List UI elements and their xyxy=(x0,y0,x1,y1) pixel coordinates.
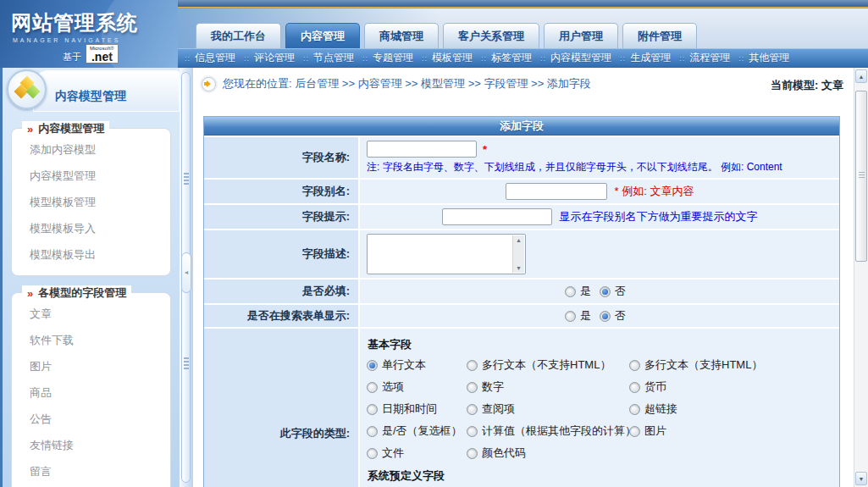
field-description-textarea[interactable]: ▲ ▼ xyxy=(367,234,526,274)
splitter-grip-icon xyxy=(184,357,189,370)
sidebar-item-product[interactable]: 商品 xyxy=(19,379,163,406)
radio-icon[interactable] xyxy=(600,286,611,297)
splitter-grip-icon xyxy=(184,173,189,185)
double-arrow-icon: » xyxy=(27,123,33,136)
sidebar-item-add-content-model[interactable]: 添加内容模型 xyxy=(19,136,163,163)
form-title: 添加字段 xyxy=(204,117,839,136)
tab-attachment-management[interactable]: 附件管理 xyxy=(622,23,697,48)
radio-icon[interactable] xyxy=(367,360,378,371)
radio-icon[interactable] xyxy=(467,360,478,371)
radio-icon[interactable] xyxy=(565,286,576,297)
sidebar-group-model-fields: » 各模型的字段管理 文章 软件下载 图片 商品 公告 友情链接 留言 歌曲 xyxy=(11,292,171,487)
field-alias-input[interactable] xyxy=(506,183,607,200)
type-option-color-code[interactable]: 颜色代码 xyxy=(467,443,629,463)
type-option-currency[interactable]: 货币 xyxy=(629,377,832,397)
breadcrumb-row: 您现在的位置: 后台管理 >> 内容管理 >> 模型管理 >> 字段管理 >> … xyxy=(193,68,854,93)
radio-icon[interactable] xyxy=(467,426,478,437)
type-option-calculated-value[interactable]: 计算值（根据其他字段的计算） xyxy=(467,421,629,441)
vertical-scrollbar[interactable]: ▲ ▼ xyxy=(854,68,868,487)
sidebar-item-announcement[interactable]: 公告 xyxy=(19,406,163,432)
sidebar-collapse-button[interactable]: ◄ xyxy=(181,252,191,293)
type-option-multiline-html[interactable]: 多行文本（支持HTML） xyxy=(629,355,832,375)
textarea-scrollbar[interactable]: ▲ ▼ xyxy=(512,235,524,273)
basic-fields-options: 单行文本 多行文本（不支持HTML） 多行文本（支持HTML） 选项 数字 货币… xyxy=(367,355,832,463)
submenu-item-info[interactable]: ::信息管理 xyxy=(183,51,242,65)
sidebar-group-content-model: » 内容模型管理 添加内容模型 内容模型管理 模型模板管理 模型模板导入 模型模… xyxy=(11,128,171,276)
sidebar-item-friend-link[interactable]: 友情链接 xyxy=(19,432,163,458)
submenu-separator-icon: :: xyxy=(303,54,309,63)
sidebar-splitter[interactable]: ◄ xyxy=(180,68,193,487)
add-field-form: 添加字段 字段名称: * 注: 字段名由字母、数字、下划线组成，并且仅能字母开头… xyxy=(203,116,840,487)
field-tip-label: 字段提示: xyxy=(204,205,358,229)
radio-icon[interactable] xyxy=(629,382,640,393)
search-display-label: 是否在搜索表单显示: xyxy=(204,305,358,327)
sidebar-item-model-template-manage[interactable]: 模型模板管理 xyxy=(19,189,163,215)
sidebar-item-content-model-manage[interactable]: 内容模型管理 xyxy=(19,163,163,189)
tab-my-workbench[interactable]: 我的工作台 xyxy=(196,23,281,48)
sidebar-item-software-download[interactable]: 软件下载 xyxy=(19,327,163,353)
tab-user-management[interactable]: 用户管理 xyxy=(544,23,618,48)
submenu-item-topic[interactable]: ::专题管理 xyxy=(361,51,420,65)
submenu-item-workflow[interactable]: ::流程管理 xyxy=(677,51,737,65)
radio-icon[interactable] xyxy=(467,382,478,393)
radio-icon[interactable] xyxy=(367,426,378,437)
scrollbar-down-button[interactable]: ▼ xyxy=(855,472,867,485)
field-type-row: 此字段的类型: 基本字段 单行文本 多行文本（不支持HTML） 多行文本（支持H… xyxy=(204,327,839,487)
submenu-separator-icon: :: xyxy=(738,54,744,63)
radio-icon[interactable] xyxy=(629,360,640,371)
submenu-item-template[interactable]: ::模板管理 xyxy=(420,51,479,65)
type-option-datetime[interactable]: 日期和时间 xyxy=(367,399,467,419)
radio-icon[interactable] xyxy=(367,448,378,459)
chevron-left-icon: ◄ xyxy=(184,269,190,275)
sidebar-item-picture[interactable]: 图片 xyxy=(19,353,163,379)
radio-icon[interactable] xyxy=(367,404,378,415)
field-tip-input[interactable] xyxy=(442,208,552,225)
submenu-item-other[interactable]: ::其他管理 xyxy=(737,51,796,65)
radio-icon[interactable] xyxy=(467,404,478,415)
current-model-indicator: 当前模型: 文章 xyxy=(771,78,843,93)
type-option-single-line-text[interactable]: 单行文本 xyxy=(367,355,467,375)
submenu-item-node[interactable]: ::节点管理 xyxy=(301,51,361,65)
type-option-file[interactable]: 文件 xyxy=(367,443,467,463)
submenu-separator-icon: :: xyxy=(540,54,546,63)
type-option-multiline-no-html[interactable]: 多行文本（不支持HTML） xyxy=(467,355,629,375)
sidebar-item-message[interactable]: 留言 xyxy=(19,458,163,484)
submenu-item-tag[interactable]: ::标签管理 xyxy=(479,51,539,65)
submenu-item-generate[interactable]: ::生成管理 xyxy=(618,51,677,65)
main-content: 您现在的位置: 后台管理 >> 内容管理 >> 模型管理 >> 字段管理 >> … xyxy=(193,68,854,487)
submenu-item-content-model[interactable]: ::内容模型管理 xyxy=(539,51,618,65)
scroll-down-icon[interactable]: ▼ xyxy=(516,265,522,271)
radio-icon[interactable] xyxy=(367,382,378,393)
radio-icon[interactable] xyxy=(565,311,576,322)
type-option-lookup[interactable]: 查阅项 xyxy=(467,399,629,419)
radio-icon[interactable] xyxy=(467,448,478,459)
field-alias-row: 字段别名: * 例如: 文章内容 xyxy=(204,178,839,203)
type-option-number[interactable]: 数字 xyxy=(467,377,629,397)
scrollbar-thumb[interactable] xyxy=(855,91,867,262)
sidebar-item-model-template-export[interactable]: 模型模板导出 xyxy=(19,241,163,268)
type-option-choice[interactable]: 选项 xyxy=(367,377,467,397)
type-option-image[interactable]: 图片 xyxy=(629,421,832,441)
search-display-no-option[interactable]: 否 xyxy=(600,308,626,324)
breadcrumb: 您现在的位置: 后台管理 >> 内容管理 >> 模型管理 >> 字段管理 >> … xyxy=(223,76,591,91)
radio-icon[interactable] xyxy=(629,426,640,437)
scrollbar-up-button[interactable]: ▲ xyxy=(855,69,867,83)
submenu-item-comment[interactable]: ::评论管理 xyxy=(242,51,301,65)
field-name-input[interactable] xyxy=(367,141,477,158)
scroll-up-icon[interactable]: ▲ xyxy=(516,237,522,243)
scroll-up-icon: ▲ xyxy=(859,74,865,80)
required-label: 是否必填: xyxy=(204,279,358,303)
radio-icon[interactable] xyxy=(629,404,640,415)
sidebar-title: 内容模型管理 xyxy=(55,89,126,104)
sidebar-item-model-template-import[interactable]: 模型模板导入 xyxy=(19,215,163,241)
radio-icon[interactable] xyxy=(600,311,611,322)
tab-crm[interactable]: 客户关系管理 xyxy=(443,23,539,48)
tab-mall-management[interactable]: 商城管理 xyxy=(364,23,439,48)
search-display-yes-option[interactable]: 是 xyxy=(565,308,591,324)
type-option-yes-no-checkbox[interactable]: 是/否（复选框） xyxy=(367,421,467,441)
type-option-hyperlink[interactable]: 超链接 xyxy=(629,399,832,419)
tab-content-management[interactable]: 内容管理 xyxy=(285,23,360,48)
required-no-option[interactable]: 否 xyxy=(600,284,626,299)
required-yes-option[interactable]: 是 xyxy=(565,284,591,299)
sidebar-item-article[interactable]: 文章 xyxy=(19,301,163,327)
